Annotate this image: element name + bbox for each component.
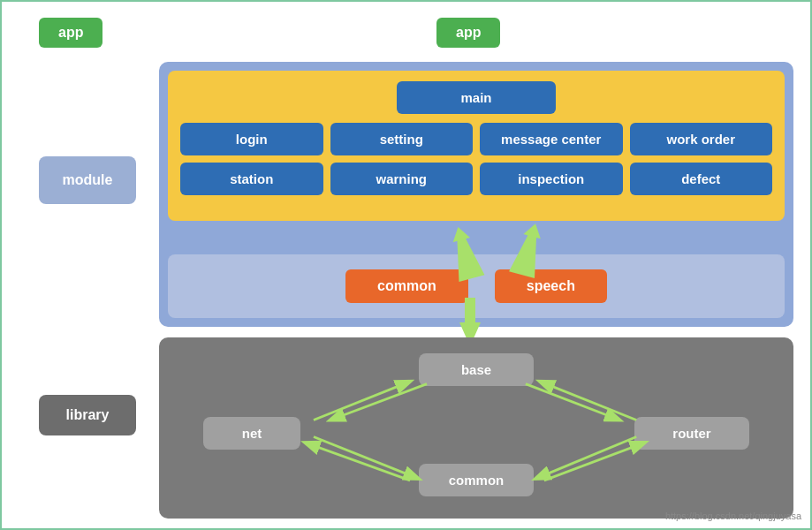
library-container: base net router common (159, 337, 793, 519)
warning-button[interactable]: warning (330, 163, 474, 195)
module-label: module (39, 156, 136, 204)
watermark: https://blog.csdn.net/qingjuyasa (665, 511, 801, 521)
inspection-button[interactable]: inspection (480, 163, 623, 195)
station-button[interactable]: station (180, 163, 323, 195)
svg-line-3 (330, 384, 427, 420)
svg-marker-1 (509, 220, 549, 278)
svg-line-4 (314, 382, 410, 420)
svg-line-7 (314, 436, 419, 478)
up-arrows-svg (426, 218, 603, 284)
svg-line-10 (544, 443, 645, 481)
app-button-left[interactable]: app (39, 18, 102, 48)
work-order-button[interactable]: work order (630, 123, 773, 155)
svg-line-8 (305, 443, 410, 481)
defect-button[interactable]: defect (630, 163, 773, 195)
svg-line-6 (540, 382, 636, 420)
main-button[interactable]: main (397, 81, 556, 114)
library-label: library (39, 395, 136, 435)
message-center-button[interactable]: message center (480, 123, 623, 155)
app-button-right[interactable]: app (436, 18, 500, 48)
setting-button[interactable]: setting (330, 123, 474, 155)
svg-line-5 (526, 384, 619, 420)
yellow-module-area: main login setting message center work o… (168, 71, 785, 221)
library-arrows-svg (168, 346, 785, 510)
login-button[interactable]: login (180, 123, 323, 155)
svg-line-9 (535, 436, 636, 478)
svg-marker-0 (445, 223, 485, 282)
